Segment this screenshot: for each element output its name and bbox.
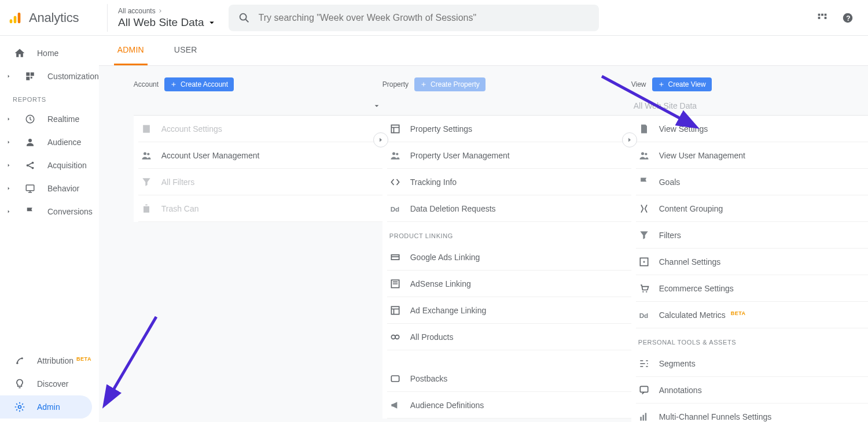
menu-item-label: Channel Settings [659, 257, 721, 266]
funnel-icon [141, 176, 152, 188]
help-icon[interactable] [841, 12, 854, 24]
column-account: Account Create Account Account Settings … [134, 77, 382, 422]
menu-item-trash can[interactable]: Trash Can [138, 195, 382, 222]
sidebar-item-label: Customization [47, 72, 99, 81]
apps-icon[interactable] [816, 12, 829, 24]
menu-item-audience definitions[interactable]: Audience Definitions [387, 392, 631, 419]
sidebar-item-discover[interactable]: Discover [0, 372, 99, 395]
menu-item-all filters[interactable]: All Filters [138, 169, 382, 195]
segments-icon [638, 358, 650, 369]
menu-item-label: View User Management [659, 151, 745, 160]
svg-rect-41 [18, 12, 21, 23]
cart-icon [638, 283, 650, 294]
chevron-right-icon [5, 116, 13, 122]
sidebar-item-behavior[interactable]: Behavior [0, 177, 99, 200]
sidebar-item-audience[interactable]: Audience [0, 131, 99, 154]
view-selector[interactable]: All Web Site Data [631, 96, 868, 116]
menu-item-view settings[interactable]: View Settings [636, 116, 868, 142]
attribution-icon [13, 354, 27, 368]
menu-item-label: Goals [659, 177, 681, 187]
menu-item-ecommerce settings[interactable]: Ecommerce Settings [636, 275, 868, 302]
create-property-button[interactable]: Create Property [414, 77, 486, 91]
home-icon [13, 46, 27, 60]
collapse-button[interactable] [622, 132, 637, 147]
reports-section-header: REPORTS [0, 88, 99, 108]
menu-item-property settings[interactable]: Property Settings [387, 116, 631, 142]
column-header: Account [134, 80, 159, 88]
sidebar-item-home[interactable]: Home [0, 42, 99, 65]
column-view: View Create View All Web Site Data View … [631, 77, 868, 422]
menu-item-content grouping[interactable]: Content Grouping [636, 195, 868, 222]
menu-item-label: Filters [659, 231, 681, 240]
sidebar-item-realtime[interactable]: Realtime [0, 108, 99, 131]
content: ADMIN USER Account Create Account Accoun… [99, 36, 868, 422]
menu-item-label: Annotations [659, 386, 702, 395]
menu-item-label: Google Ads Linking [410, 253, 480, 262]
tab-admin[interactable]: ADMIN [114, 36, 148, 65]
column-property: Property Create Property Property Settin… [382, 77, 631, 422]
menu-item-label: Property Settings [410, 124, 472, 134]
sidebar-item-conversions[interactable]: Conversions [0, 200, 99, 223]
dd-icon [389, 203, 401, 214]
share-icon [23, 158, 37, 172]
menu-item-segments[interactable]: Segments [636, 350, 868, 377]
menu-item-multi-channel funnels settings[interactable]: Multi-Channel Funnels Settings [636, 404, 868, 422]
search-input[interactable] [259, 13, 590, 23]
sidebar-item-attribution[interactable]: AttributionBETA [0, 349, 99, 372]
menu-item-goals[interactable]: Goals [636, 169, 868, 195]
sidebar-item-label: Acquisition [47, 161, 87, 170]
menu-item-postbacks[interactable]: Postbacks [387, 365, 631, 392]
sidebar-item-admin[interactable]: Admin [0, 395, 92, 419]
sidebar-item-acquisition[interactable]: Acquisition [0, 154, 99, 177]
menu-item-tracking info[interactable]: Tracking Info [387, 169, 631, 195]
people-icon [638, 150, 650, 161]
tabs: ADMIN USER [99, 36, 868, 66]
analytics-logo-icon [7, 10, 23, 26]
menu-item-account user management[interactable]: Account User Management [138, 142, 382, 169]
sidebar-item-label: Realtime [47, 114, 79, 124]
menu-item-filters[interactable]: Filters [636, 222, 868, 249]
sidebar-item-label: Audience [47, 138, 81, 147]
menu-item-label: Multi-Channel Funnels Settings [659, 412, 772, 421]
menu-item-label: All Products [410, 332, 454, 342]
section-header: PRODUCT LINKING [387, 222, 631, 244]
sidebar-item-customization[interactable]: Customization [0, 65, 99, 88]
menu-item-google ads linking[interactable]: Google Ads Linking [387, 244, 631, 271]
sidebar-item-label: AttributionBETA [37, 356, 91, 365]
section-header: PERSONAL TOOLS & ASSETS [636, 328, 868, 350]
person-icon [23, 135, 37, 149]
panel-icon [389, 123, 401, 135]
customization-icon [23, 69, 37, 83]
account-selector[interactable] [134, 96, 382, 116]
search-box[interactable] [229, 5, 599, 31]
menu-item-account settings[interactable]: Account Settings [138, 116, 382, 142]
tab-user[interactable]: USER [171, 36, 201, 65]
menu-item-all products[interactable]: All Products [387, 324, 631, 350]
menu-item-adsense linking[interactable]: AdSense Linking [387, 271, 631, 297]
chevron-right-icon [5, 186, 13, 191]
create-view-button[interactable]: Create View [652, 77, 712, 91]
menu-item-label: Account User Management [161, 151, 260, 160]
chevron-right-icon [5, 139, 13, 145]
menu-item-data deletion requests[interactable]: Data Deletion Requests [387, 195, 631, 222]
chevron-right-icon [5, 209, 13, 214]
menu-item-ad exchange linking[interactable]: Ad Exchange Linking [387, 297, 631, 324]
menu-item-channel settings[interactable]: Channel Settings [636, 249, 868, 275]
collapse-button[interactable] [373, 132, 388, 147]
menu-item-label: Trash Can [161, 204, 199, 213]
svg-rect-39 [10, 19, 13, 23]
menu-item-property user management[interactable]: Property User Management [387, 142, 631, 169]
channel-icon [638, 256, 650, 268]
property-selector[interactable] [382, 96, 631, 116]
menu-item-label: Data Deletion Requests [410, 204, 496, 213]
search-icon [238, 12, 251, 24]
menu-item-calculated metrics[interactable]: Calculated Metrics BETA [636, 302, 868, 328]
account-selector[interactable]: All accounts All Web Site Data [107, 4, 217, 32]
sidebar-item-label: Discover [37, 379, 68, 388]
create-account-button[interactable]: Create Account [164, 77, 234, 91]
menu-item-annotations[interactable]: Annotations [636, 377, 868, 404]
bulb-icon [13, 377, 27, 391]
menu-item-view user management[interactable]: View User Management [636, 142, 868, 169]
menu-item-label: Audience Definitions [410, 401, 484, 410]
logo[interactable]: Analytics [7, 10, 97, 26]
